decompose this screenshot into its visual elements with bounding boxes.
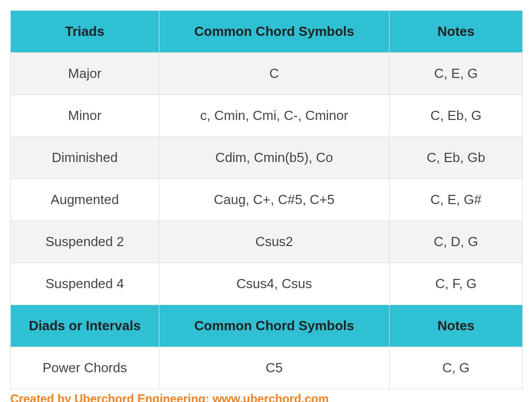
cell-symbols: C — [159, 53, 390, 95]
cell-symbols: Csus4, Csus — [159, 263, 390, 305]
chord-table: TriadsCommon Chord SymbolsNotesMajorCC, … — [10, 10, 523, 389]
cell-name: Suspended 2 — [11, 221, 159, 263]
table-row: MajorCC, E, G — [11, 53, 523, 95]
cell-notes: C, E, G# — [390, 179, 523, 221]
cell-notes: C, Eb, G — [390, 95, 523, 137]
cell-symbols: C5 — [159, 347, 390, 389]
cell-name: Suspended 4 — [11, 263, 159, 305]
table-row: Minorc, Cmin, Cmi, C-, CminorC, Eb, G — [11, 95, 523, 137]
headers2-col3: Notes — [390, 305, 523, 347]
headers1-col3: Notes — [390, 11, 523, 53]
cell-symbols: Caug, C+, C#5, C+5 — [159, 179, 390, 221]
cell-name: Minor — [11, 95, 159, 137]
cell-name: Diminished — [11, 137, 159, 179]
cell-symbols: Csus2 — [159, 221, 390, 263]
credit-link[interactable]: www.uberchord.com — [213, 392, 329, 402]
cell-symbols: Cdim, Cmin(b5), Co — [159, 137, 390, 179]
cell-symbols: c, Cmin, Cmi, C-, Cminor — [159, 95, 390, 137]
cell-notes: C, G — [390, 347, 523, 389]
credit-line: Created by Uberchord Engineering: www.ub… — [10, 392, 523, 402]
cell-notes: C, E, G — [390, 53, 523, 95]
cell-notes: C, D, G — [390, 221, 523, 263]
table-row: DiminishedCdim, Cmin(b5), CoC, Eb, Gb — [11, 137, 523, 179]
cell-name: Augmented — [11, 179, 159, 221]
cell-name: Power Chords — [11, 347, 159, 389]
table-row: AugmentedCaug, C+, C#5, C+5C, E, G# — [11, 179, 523, 221]
cell-notes: C, F, G — [390, 263, 523, 305]
table-row: Suspended 4Csus4, CsusC, F, G — [11, 263, 523, 305]
credit-prefix: Created by Uberchord Engineering: — [10, 392, 213, 402]
table-row: Power ChordsC5C, G — [11, 347, 523, 389]
cell-name: Major — [11, 53, 159, 95]
table-row: Suspended 2Csus2C, D, G — [11, 221, 523, 263]
headers1-col1: Triads — [11, 11, 159, 53]
headers2-col1: Diads or Intervals — [11, 305, 159, 347]
headers2-col2: Common Chord Symbols — [159, 305, 390, 347]
cell-notes: C, Eb, Gb — [390, 137, 523, 179]
headers1-col2: Common Chord Symbols — [159, 11, 390, 53]
